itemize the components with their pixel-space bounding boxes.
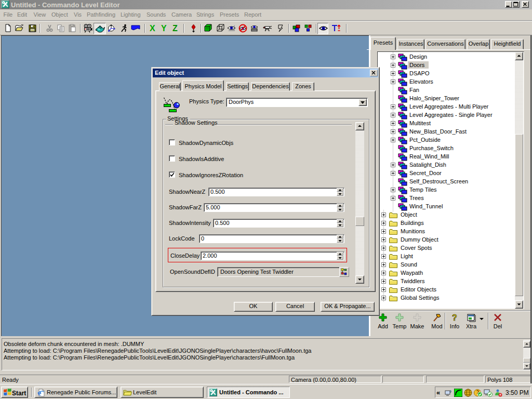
svg-text:?: ? [452, 313, 457, 322]
